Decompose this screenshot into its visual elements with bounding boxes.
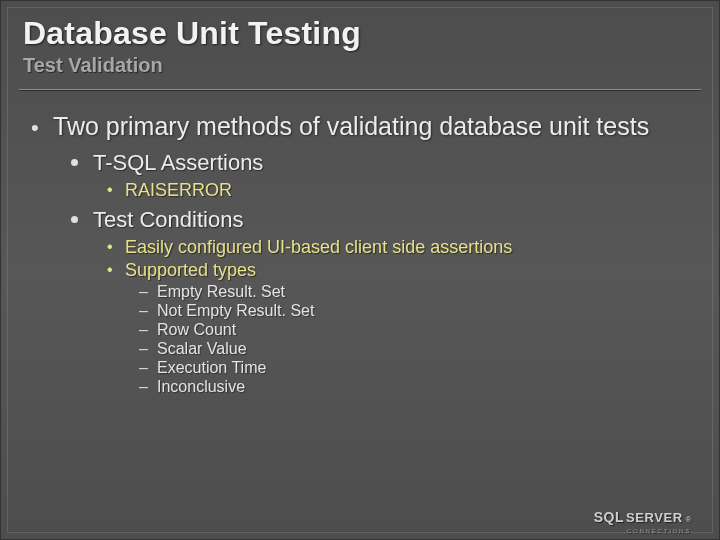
list-item: T-SQL Assertions RAISERROR bbox=[67, 150, 691, 201]
list-item: Two primary methods of validating databa… bbox=[29, 111, 691, 396]
slide: Database Unit Testing Test Validation Tw… bbox=[0, 0, 720, 540]
list-item: Test Conditions Easily configured UI-bas… bbox=[67, 207, 691, 396]
bullet-text: Supported types bbox=[125, 260, 256, 280]
logo-text-sql: SQL bbox=[594, 509, 624, 525]
bullet-text: Empty Result. Set bbox=[157, 283, 285, 300]
bullet-text: Test Conditions bbox=[93, 207, 691, 233]
registered-icon: ® bbox=[686, 516, 691, 523]
list-item: Easily configured UI-based client side a… bbox=[107, 237, 691, 258]
list-item: Supported types Empty Result. Set Not Em… bbox=[107, 260, 691, 396]
slide-subtitle: Test Validation bbox=[23, 54, 697, 77]
bullet-text: Two primary methods of validating databa… bbox=[53, 111, 691, 142]
list-item: Execution Time bbox=[139, 359, 691, 377]
bullet-list-level4: Empty Result. Set Not Empty Result. Set … bbox=[125, 283, 691, 396]
list-item: Not Empty Result. Set bbox=[139, 302, 691, 320]
logo-subtext: CONNECTIONS bbox=[627, 528, 691, 534]
bullet-list-level1: Two primary methods of validating databa… bbox=[29, 111, 691, 396]
list-item: RAISERROR bbox=[107, 180, 691, 201]
slide-content: Two primary methods of validating databa… bbox=[1, 91, 719, 396]
slide-title: Database Unit Testing bbox=[23, 15, 697, 52]
bullet-text: Row Count bbox=[157, 321, 236, 338]
bullet-list-level2: T-SQL Assertions RAISERROR Test Conditio… bbox=[53, 150, 691, 396]
bullet-text: Not Empty Result. Set bbox=[157, 302, 314, 319]
bullet-text: T-SQL Assertions bbox=[93, 150, 691, 176]
list-item: Scalar Value bbox=[139, 340, 691, 358]
list-item: Row Count bbox=[139, 321, 691, 339]
list-item: Inconclusive bbox=[139, 378, 691, 396]
slide-header: Database Unit Testing Test Validation bbox=[1, 1, 719, 81]
bullet-text: Easily configured UI-based client side a… bbox=[125, 237, 512, 257]
bullet-text: RAISERROR bbox=[125, 180, 232, 200]
bullet-list-level3: RAISERROR bbox=[93, 180, 691, 201]
bullet-text: Inconclusive bbox=[157, 378, 245, 395]
logo-text-server: SERVER bbox=[626, 510, 683, 525]
bullet-text: Execution Time bbox=[157, 359, 266, 376]
bullet-text: Scalar Value bbox=[157, 340, 247, 357]
sqlserver-logo: SQL SERVER ® CONNECTIONS bbox=[594, 509, 691, 525]
bullet-list-level3: Easily configured UI-based client side a… bbox=[93, 237, 691, 396]
list-item: Empty Result. Set bbox=[139, 283, 691, 301]
